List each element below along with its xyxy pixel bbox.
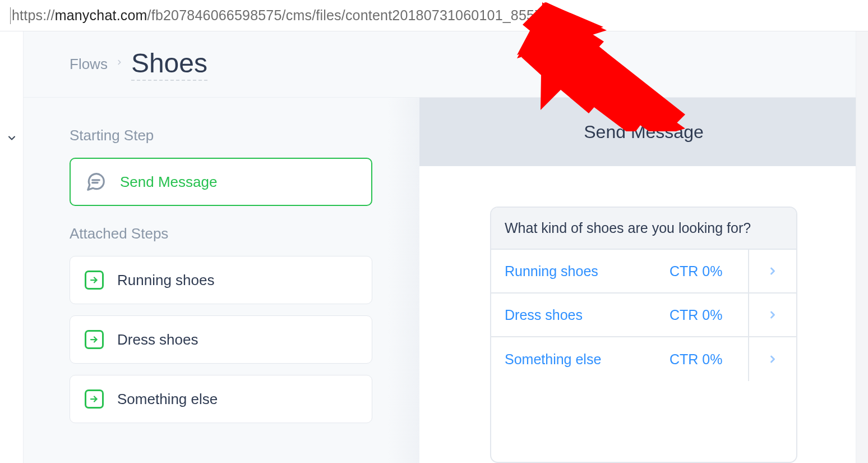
chevron-right-icon[interactable] (748, 294, 796, 336)
option-ctr: CTR 0% (670, 263, 748, 279)
attached-step-text: Something else (117, 391, 218, 408)
attached-step-text: Dress shoes (117, 331, 198, 349)
message-option-row[interactable]: Something else CTR 0% (491, 337, 796, 381)
preview-header: Send Message (419, 98, 868, 166)
attached-step-text: Running shoes (117, 272, 214, 289)
starting-step-card[interactable]: Send Message (70, 158, 372, 206)
message-preview-panel: Send Message What kind of shoes are you … (419, 98, 868, 463)
option-label: Running shoes (491, 263, 670, 279)
option-label: Dress shoes (491, 307, 670, 323)
message-prompt[interactable]: What kind of shoes are you looking for? (491, 208, 796, 250)
steps-panel: Starting Step Send Message Attached Step… (24, 98, 419, 463)
message-option-row[interactable]: Running shoes CTR 0% (491, 250, 796, 294)
chevron-right-icon[interactable] (748, 337, 796, 381)
message-card[interactable]: What kind of shoes are you looking for? … (490, 207, 797, 463)
attached-steps-label: Attached Steps (70, 225, 393, 242)
attached-step-card[interactable]: Something else (70, 375, 372, 423)
chevron-right-icon[interactable] (748, 250, 796, 292)
attached-step-card[interactable]: Running shoes (70, 256, 372, 304)
url-path: /fb207846066598575/cms/files/content2018… (147, 7, 558, 24)
option-label: Something else (491, 351, 670, 368)
starting-step-text: Send Message (120, 173, 217, 191)
arrow-right-box-icon (85, 330, 104, 349)
text-cursor (10, 7, 11, 24)
browser-url-bar[interactable]: https://manychat.com/fb207846066598575/c… (0, 0, 868, 31)
chevron-right-icon (116, 56, 123, 73)
arrow-right-box-icon (85, 271, 104, 290)
option-ctr: CTR 0% (670, 351, 748, 368)
chevron-down-icon[interactable] (6, 132, 17, 146)
starting-step-label: Starting Step (70, 127, 393, 144)
url-protocol: https:// (12, 7, 55, 24)
arrow-right-box-icon (85, 389, 104, 409)
option-ctr: CTR 0% (670, 307, 748, 323)
chat-icon (85, 171, 107, 192)
url-host: manychat.com (55, 7, 147, 24)
attached-step-card[interactable]: Dress shoes (70, 315, 372, 364)
page-header: Flows Shoes (24, 31, 868, 98)
page-title[interactable]: Shoes (131, 48, 207, 81)
left-rail (0, 31, 24, 463)
browser-scrollbar[interactable] (856, 31, 868, 463)
message-option-row[interactable]: Dress shoes CTR 0% (491, 294, 796, 337)
breadcrumb-parent[interactable]: Flows (70, 56, 108, 73)
